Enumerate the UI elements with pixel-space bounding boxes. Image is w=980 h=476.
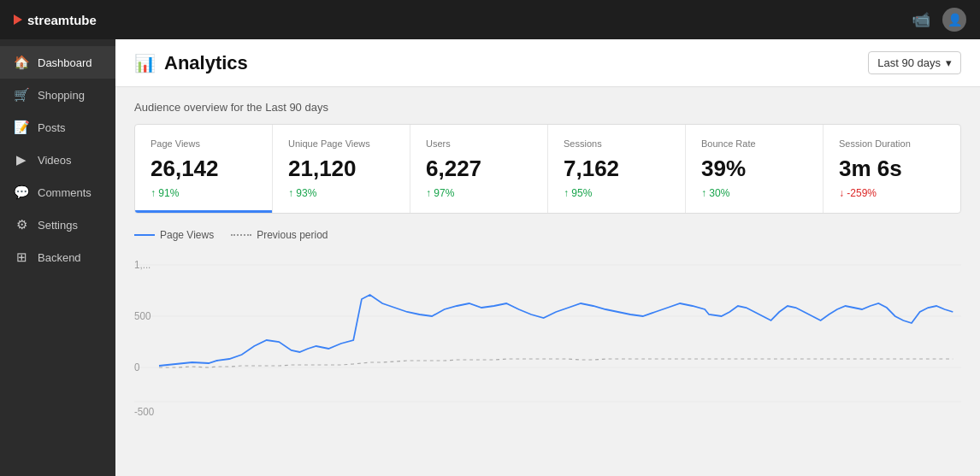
legend-label-page-views: Page Views: [160, 229, 214, 241]
sidebar-item-backend[interactable]: ⊞ Backend: [0, 241, 115, 273]
sidebar-item-posts[interactable]: 📝 Posts: [0, 111, 115, 144]
chart-container: 1,... 500 0 -500: [134, 248, 961, 419]
sidebar-label-backend: Backend: [38, 251, 81, 264]
content-area: 📊 Analytics Last 90 days ▾ Audience over…: [115, 39, 980, 476]
stat-value-users: 6,227: [426, 156, 532, 182]
analytics-title-group: 📊 Analytics: [134, 52, 248, 74]
sidebar-item-videos[interactable]: ▶ Videos: [0, 144, 115, 176]
stat-card-users[interactable]: Users 6,227 97%: [410, 125, 548, 213]
chevron-down-icon: ▾: [946, 56, 952, 69]
stat-card-session-duration[interactable]: Session Duration 3m 6s -259%: [824, 125, 960, 213]
analytics-header: 📊 Analytics Last 90 days ▾: [115, 39, 980, 87]
stat-label-bounce-rate: Bounce Rate: [701, 138, 807, 149]
legend-item-page-views: Page Views: [134, 229, 214, 241]
stat-label-unique-page-views: Unique Page Views: [288, 138, 394, 149]
dashboard-icon: 🏠: [14, 55, 29, 70]
stat-label-page-views: Page Views: [151, 138, 257, 149]
stat-label-session-duration: Session Duration: [839, 138, 945, 149]
audience-section: Audience overview for the Last 90 days P…: [115, 87, 980, 214]
topbar-right: 📹 👤: [912, 8, 966, 32]
sidebar-label-comments: Comments: [38, 186, 92, 199]
avatar[interactable]: 👤: [942, 8, 966, 32]
period-label: Last 90 days: [877, 56, 941, 69]
stat-card-page-views[interactable]: Page Views 26,142 91%: [135, 125, 273, 213]
sidebar-label-shopping: Shopping: [38, 89, 85, 102]
chart-section: Page Views Previous period 1,... 500: [115, 214, 980, 434]
period-dropdown[interactable]: Last 90 days ▾: [868, 51, 961, 74]
stat-card-bounce-rate[interactable]: Bounce Rate 39% 30%: [686, 125, 824, 213]
stat-value-session-duration: 3m 6s: [839, 156, 945, 182]
sidebar: 🏠 Dashboard 🛒 Shopping 📝 Posts ▶ Videos …: [0, 39, 115, 476]
camera-icon[interactable]: 📹: [912, 10, 930, 29]
sidebar-item-settings[interactable]: ⚙ Settings: [0, 209, 115, 241]
legend-dashed-line: [231, 234, 251, 236]
sidebar-item-shopping[interactable]: 🛒 Shopping: [0, 79, 115, 111]
stat-label-users: Users: [426, 138, 532, 149]
svg-text:500: 500: [134, 310, 151, 322]
sidebar-label-posts: Posts: [38, 121, 66, 134]
logo-text: streamtube: [27, 13, 97, 27]
chart-legend: Page Views Previous period: [134, 229, 961, 241]
settings-icon: ⚙: [14, 217, 29, 232]
stat-change-sessions: 95%: [564, 187, 670, 199]
svg-text:0: 0: [134, 361, 140, 373]
stat-value-bounce-rate: 39%: [701, 156, 807, 182]
stat-change-users: 97%: [426, 187, 532, 199]
logo-play-icon: [14, 15, 22, 25]
stat-value-unique-page-views: 21,120: [288, 156, 394, 182]
sidebar-label-videos: Videos: [38, 154, 72, 167]
stat-card-sessions[interactable]: Sessions 7,162 95%: [548, 125, 686, 213]
sidebar-label-dashboard: Dashboard: [38, 56, 92, 69]
stat-card-unique-page-views[interactable]: Unique Page Views 21,120 93%: [273, 125, 410, 213]
posts-icon: 📝: [14, 120, 29, 135]
stat-change-bounce-rate: 30%: [701, 187, 807, 199]
svg-text:1,...: 1,...: [134, 259, 151, 271]
stats-row: Page Views 26,142 91% Unique Page Views …: [134, 124, 961, 214]
main-layout: 🏠 Dashboard 🛒 Shopping 📝 Posts ▶ Videos …: [0, 39, 980, 476]
audience-label: Audience overview for the Last 90 days: [134, 101, 961, 114]
analytics-chart-icon: 📊: [134, 53, 156, 73]
shopping-icon: 🛒: [14, 87, 29, 103]
stat-change-session-duration: -259%: [839, 187, 945, 199]
topbar: streamtube 📹 👤: [0, 0, 980, 39]
stat-label-sessions: Sessions: [564, 138, 670, 149]
svg-text:-500: -500: [134, 406, 155, 418]
legend-label-previous-period: Previous period: [257, 229, 328, 241]
stat-change-unique-page-views: 93%: [288, 187, 394, 199]
stat-value-page-views: 26,142: [151, 156, 257, 182]
analytics-page-title: Analytics: [164, 52, 248, 74]
stat-change-page-views: 91%: [151, 187, 257, 199]
videos-icon: ▶: [14, 152, 29, 167]
chart-svg: 1,... 500 0 -500: [134, 248, 961, 419]
sidebar-item-dashboard[interactable]: 🏠 Dashboard: [0, 46, 115, 79]
legend-solid-line: [134, 234, 155, 236]
sidebar-item-comments[interactable]: 💬 Comments: [0, 176, 115, 209]
logo[interactable]: streamtube: [14, 13, 97, 27]
stat-value-sessions: 7,162: [564, 156, 670, 182]
legend-item-previous-period: Previous period: [231, 229, 328, 241]
backend-icon: ⊞: [14, 250, 29, 265]
sidebar-label-settings: Settings: [38, 219, 78, 232]
comments-icon: 💬: [14, 185, 29, 200]
